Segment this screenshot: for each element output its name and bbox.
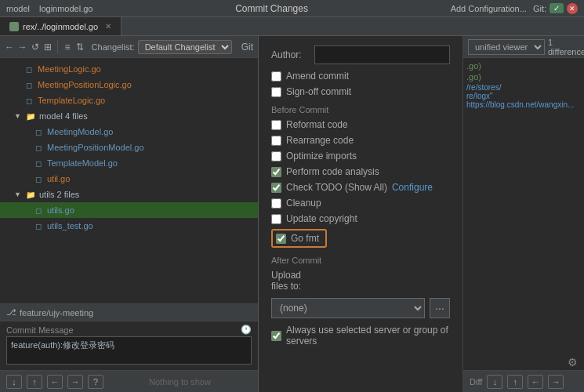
optimize-label: Optimize imports <box>286 151 357 162</box>
check-todo-row: Check TODO (Show All) Configure <box>271 182 450 193</box>
main-layout: ← → ↺ ⊞ ≡ ⇅ Changelist: Default Changeli… <box>0 36 584 392</box>
commit-clock-icon[interactable]: 🕐 <box>241 325 252 335</box>
model-tab[interactable]: model <box>6 4 30 13</box>
expand-button[interactable]: ⊞ <box>43 39 53 55</box>
code-analysis-label: Perform code analysis <box>286 166 379 177</box>
git-tab[interactable]: Git <box>241 42 253 53</box>
loginmodel-tab[interactable]: loginmodel.go <box>39 4 93 13</box>
signoff-checkbox[interactable] <box>271 87 281 97</box>
diff-up-button[interactable]: ↑ <box>507 375 523 389</box>
list-item[interactable]: ◻ MeetingModel.go <box>0 124 258 140</box>
list-item[interactable]: ◻ MeetingPositionLogic.go <box>0 77 258 93</box>
author-input[interactable] <box>314 45 450 64</box>
reformat-row: Reformat code <box>271 119 450 130</box>
top-bar: model loginmodel.go Commit Changes Add C… <box>0 0 584 17</box>
go-icon: ◻ <box>33 142 44 153</box>
right-arrow-button[interactable]: → <box>67 375 83 389</box>
diff-left-button[interactable]: ← <box>528 375 543 389</box>
diff-down-button[interactable]: ↓ <box>487 375 502 389</box>
tab-close-icon[interactable]: ✕ <box>105 22 111 31</box>
author-row: Author: <box>271 45 450 64</box>
check-todo-checkbox[interactable] <box>271 183 281 193</box>
file-tree-toolbar: ← → ↺ ⊞ ≡ ⇅ Changelist: Default Changeli… <box>0 36 258 58</box>
diff-line-5: https://blog.csdn.net/wangxin... <box>466 100 581 109</box>
left-arrow-button[interactable]: ← <box>47 375 63 389</box>
branch-icon: ⎇ <box>6 307 16 318</box>
file-tree: ◻ MeetingLogic.go ◻ MeetingPositionLogic… <box>0 58 258 303</box>
file-name: MeetingModel.go <box>47 127 113 136</box>
list-item[interactable]: ◻ util.go <box>0 171 258 187</box>
diff-viewer-select[interactable]: unified viewer <box>468 39 545 55</box>
back-button[interactable]: ← <box>5 39 14 55</box>
diff-right-button[interactable]: → <box>548 375 564 389</box>
nothing-to-show-label: Nothing to show <box>108 377 252 387</box>
branch-bar: ⎇ feature/ujy-meeting <box>0 303 258 321</box>
list-item[interactable]: ▼ 📁 model 4 files <box>0 108 258 124</box>
diff-line-2: .go) <box>466 72 581 82</box>
down-arrow-button[interactable]: ↓ <box>6 375 22 389</box>
go-fmt-checkbox[interactable] <box>276 234 286 244</box>
configure-link[interactable]: Configure <box>392 182 433 193</box>
folder-icon: 📁 <box>25 111 36 122</box>
rearrange-checkbox[interactable] <box>271 136 281 146</box>
code-analysis-checkbox[interactable] <box>271 167 281 177</box>
always-use-checkbox[interactable] <box>271 331 281 341</box>
upload-row: Upload files to: <box>271 270 450 292</box>
reformat-checkbox[interactable] <box>271 120 281 130</box>
changelist-select[interactable]: Default Changelist <box>138 40 232 54</box>
diff-count: 1 difference <box>548 38 584 56</box>
author-label: Author: <box>271 49 314 60</box>
list-item[interactable]: ◻ utils.go <box>0 202 258 218</box>
list-item[interactable]: ◻ TemplateLogic.go <box>0 93 258 108</box>
add-configuration[interactable]: Add Configuration... <box>451 4 527 13</box>
git-label: Git: <box>533 4 546 13</box>
refresh-button[interactable]: ↺ <box>31 39 40 55</box>
check-todo-label: Check TODO (Show All) <box>286 182 387 193</box>
changelist-label: Changelist: <box>92 42 135 52</box>
list-button[interactable]: ≡ <box>63 39 72 55</box>
folder-name: utils 2 files <box>39 190 79 199</box>
list-item[interactable]: ◻ utils_test.go <box>0 218 258 234</box>
go-icon: ◻ <box>24 95 34 106</box>
list-item[interactable]: ◻ MeetingPositionModel.go <box>0 140 258 155</box>
commit-message-input[interactable]: feature(auth):修改登录密码 <box>6 336 252 365</box>
list-item[interactable]: ▼ 📁 utils 2 files <box>0 187 258 202</box>
expand-arrow: ▼ <box>14 112 24 120</box>
go-fmt-highlighted: Go fmt <box>271 229 327 248</box>
always-use-label: Always use selected server or group of s… <box>286 325 450 347</box>
rearrange-row: Rearrange code <box>271 135 450 146</box>
forward-button[interactable]: → <box>17 39 27 55</box>
upload-select-row: (none) ··· <box>271 298 450 318</box>
gear-icon[interactable]: ⚙ <box>568 356 578 368</box>
always-use-row: Always use selected server or group of s… <box>271 325 450 347</box>
editor-tab-label: rex/../loginmodel.go <box>23 22 98 31</box>
amend-row: Amend commit <box>271 71 450 82</box>
amend-checkbox[interactable] <box>271 71 281 82</box>
diff-toolbar: unified viewer 1 difference <box>463 36 584 58</box>
list-item[interactable]: ◻ MeetingLogic.go <box>0 61 258 77</box>
cleanup-checkbox[interactable] <box>271 198 281 209</box>
go-fmt-row: Go fmt <box>271 229 450 248</box>
folder-icon: 📁 <box>25 189 36 200</box>
folder-name: model 4 files <box>39 111 88 121</box>
up-arrow-button[interactable]: ↑ <box>27 375 42 389</box>
optimize-checkbox[interactable] <box>271 151 281 162</box>
code-analysis-row: Perform code analysis <box>271 166 450 177</box>
help-button[interactable]: ? <box>88 375 103 389</box>
upload-select[interactable]: (none) <box>271 298 425 318</box>
amend-label: Amend commit <box>286 71 349 82</box>
go-icon: ◻ <box>24 79 34 90</box>
diff-content: .go) .go) /re/stores/ re/logx" https://b… <box>463 58 584 370</box>
update-copyright-checkbox[interactable] <box>271 214 281 224</box>
git-checkmark-button[interactable]: ✓ <box>550 3 564 13</box>
update-copyright-row: Update copyright <box>271 213 450 224</box>
signoff-row: Sign-off commit <box>271 86 450 97</box>
rearrange-label: Rearrange code <box>286 135 354 146</box>
list-item[interactable]: ◻ TemplateModel.go <box>0 155 258 171</box>
git-close-button[interactable]: ✕ <box>567 3 578 14</box>
commit-label-row: Commit Message 🕐 <box>6 325 252 335</box>
upload-more-button[interactable]: ··· <box>430 298 450 318</box>
sort-button[interactable]: ⇅ <box>75 39 85 55</box>
file-name: MeetingLogic.go <box>38 64 101 74</box>
editor-tab[interactable]: rex/../loginmodel.go ✕ <box>0 17 122 35</box>
